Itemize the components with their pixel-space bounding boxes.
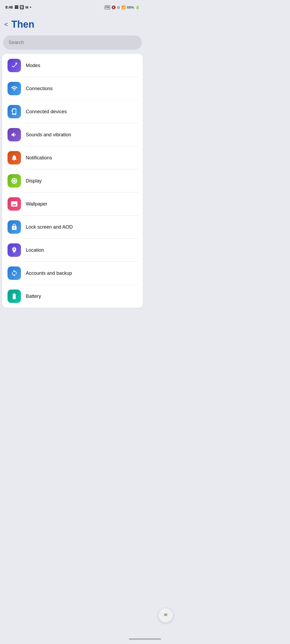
- photo-icon: 🖼: [15, 5, 18, 9]
- sounds-label: Sounds and vibration: [26, 132, 71, 138]
- location-svg: [11, 247, 18, 254]
- gmail-icon: M: [26, 5, 28, 9]
- list-item-lockscreen[interactable]: Lock screen and AOD: [2, 215, 143, 239]
- list-item-connections[interactable]: Connections: [2, 77, 143, 100]
- connected-devices-icon: [8, 105, 21, 118]
- battery-icon-item: [8, 290, 21, 303]
- search-container: [0, 35, 145, 54]
- list-item-battery[interactable]: Battery: [2, 285, 143, 308]
- display-label: Display: [26, 178, 42, 184]
- mute-icon: 🔇: [111, 5, 116, 9]
- connected-devices-svg: [11, 108, 18, 115]
- sounds-svg: [11, 131, 18, 138]
- connected-devices-label: Connected devices: [26, 109, 67, 115]
- accounts-icon: [8, 266, 21, 280]
- battery-svg: [11, 293, 18, 300]
- list-item-location[interactable]: Location: [2, 239, 143, 262]
- hotspot-icon: ⊙: [117, 5, 120, 9]
- location-label: Location: [26, 247, 44, 253]
- connections-label: Connections: [26, 86, 53, 92]
- sounds-icon: [8, 128, 21, 141]
- accounts-svg: [11, 270, 18, 277]
- notifications-label: Notifications: [26, 155, 52, 161]
- page-title: Then: [11, 19, 34, 30]
- time: 8:46: [5, 5, 13, 9]
- wallpaper-label: Wallpaper: [26, 201, 47, 207]
- display-icon: [8, 174, 21, 188]
- fmradio-icon: FM: [105, 5, 110, 9]
- modes-icon: [8, 59, 21, 72]
- dot-icon: •: [30, 5, 31, 9]
- settings-list: Modes Connections Connected devices Soun…: [2, 54, 143, 308]
- svg-point-0: [15, 63, 17, 64]
- status-bar: 8:46 🖼 B M • FM 🔇 ⊙ 📶 68% 🔋: [0, 0, 145, 13]
- list-item-modes[interactable]: Modes: [2, 54, 143, 77]
- lockscreen-label: Lock screen and AOD: [26, 224, 73, 230]
- modes-label: Modes: [26, 63, 40, 68]
- accounts-label: Accounts and backup: [26, 270, 72, 276]
- display-svg: [11, 177, 18, 184]
- list-item-notifications[interactable]: Notifications: [2, 146, 143, 169]
- status-left: 8:46 🖼 B M •: [5, 5, 31, 9]
- bixby-icon: B: [20, 5, 24, 9]
- search-input[interactable]: [3, 35, 142, 50]
- list-item-wallpaper[interactable]: Wallpaper: [2, 192, 143, 215]
- list-item-accounts[interactable]: Accounts and backup: [2, 262, 143, 285]
- status-right: FM 🔇 ⊙ 📶 68% 🔋: [105, 5, 140, 9]
- connections-icon: [8, 82, 21, 95]
- list-item-connected-devices[interactable]: Connected devices: [2, 100, 143, 123]
- signal-icon: 📶: [121, 5, 126, 9]
- battery-label: Battery: [26, 294, 41, 299]
- notifications-icon: [8, 151, 21, 164]
- modes-svg: [11, 62, 18, 69]
- list-item-display[interactable]: Display: [2, 169, 143, 192]
- connections-svg: [11, 85, 18, 92]
- location-icon: [8, 243, 21, 257]
- notifications-svg: [11, 154, 18, 161]
- battery-icon: 🔋: [135, 5, 140, 9]
- wallpaper-svg: [11, 200, 18, 207]
- wallpaper-icon: [8, 197, 21, 211]
- svg-rect-1: [12, 110, 13, 112]
- battery-percent: 68%: [127, 5, 134, 9]
- back-button[interactable]: <: [4, 21, 8, 28]
- list-item-sounds[interactable]: Sounds and vibration: [2, 123, 143, 146]
- lockscreen-svg: [11, 224, 18, 230]
- lockscreen-icon: [8, 220, 21, 234]
- header: < Then: [0, 13, 145, 35]
